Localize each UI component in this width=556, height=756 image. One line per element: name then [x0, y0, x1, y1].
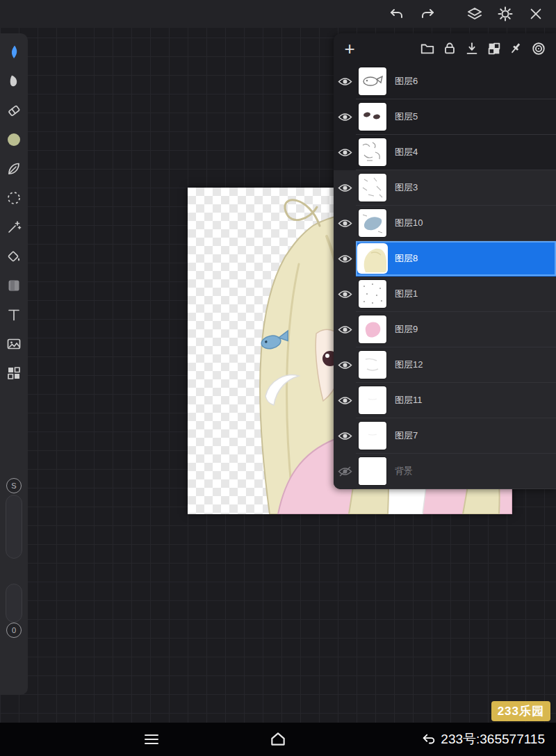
layer-thumbnail — [359, 67, 386, 95]
layer-name: 图层12 — [395, 359, 423, 371]
layer-name: 图层7 — [395, 429, 418, 442]
merge-down-icon[interactable] — [461, 38, 482, 59]
layer-name: 图层8 — [395, 252, 418, 265]
layer-row[interactable]: 图层10 — [334, 206, 556, 241]
layer-row[interactable]: 图层1 — [334, 277, 556, 312]
eraser-tool[interactable] — [5, 101, 23, 120]
redo-icon[interactable] — [416, 2, 439, 26]
layer-content[interactable]: 图层7 — [356, 418, 556, 454]
layer-thumbnail — [359, 351, 386, 379]
layer-list: 图层6图层5图层4图层3图层10图层8图层1图层9图层12图层11图层7背景 — [334, 64, 556, 489]
lock-icon[interactable] — [439, 38, 460, 59]
layer-name: 图层9 — [395, 323, 418, 336]
layer-thumbnail — [359, 457, 386, 485]
pin-icon[interactable] — [506, 38, 527, 59]
layer-row[interactable]: 背景 — [334, 454, 556, 489]
menu-button[interactable] — [136, 725, 167, 753]
watermark-badge: 233乐园 — [491, 701, 550, 721]
layer-content[interactable]: 图层10 — [356, 206, 556, 241]
layer-row[interactable]: 图层6 — [334, 64, 556, 99]
layer-content[interactable]: 图层1 — [356, 277, 556, 312]
return-arrow-icon — [421, 732, 436, 746]
layer-name: 图层1 — [395, 288, 418, 300]
home-button[interactable] — [263, 725, 293, 753]
layers-icon[interactable] — [463, 2, 486, 26]
visibility-on-icon[interactable] — [334, 312, 356, 347]
visibility-on-icon[interactable] — [334, 99, 356, 135]
home-icon — [269, 730, 287, 748]
visibility-on-icon[interactable] — [334, 347, 356, 383]
visibility-on-icon[interactable] — [334, 64, 356, 99]
layer-name: 图层4 — [395, 146, 418, 158]
layer-thumbnail — [359, 209, 386, 237]
color-swatch-tool[interactable] — [5, 131, 23, 149]
layer-row[interactable]: 图层8 — [334, 241, 556, 277]
text-tool-tool[interactable] — [5, 306, 23, 324]
layer-thumbnail — [359, 280, 386, 308]
gradient-tool[interactable] — [5, 277, 23, 295]
account-id-label: 233号:365577115 — [441, 730, 545, 748]
layer-content[interactable]: 图层8 — [356, 241, 556, 277]
visibility-on-icon[interactable] — [334, 383, 356, 418]
layer-thumbnail — [359, 386, 386, 414]
spiral-icon[interactable] — [528, 38, 549, 59]
brush-opacity-knob[interactable]: 0 — [6, 623, 22, 638]
layer-name: 图层3 — [395, 181, 418, 194]
layer-content[interactable]: 图层12 — [356, 347, 556, 383]
magic-wand-tool[interactable] — [5, 218, 23, 236]
brush-size-knob[interactable]: S — [6, 478, 22, 493]
layers-panel: + 图层6图层5图层4图层3图层10图层8图层1图层9图层12图层11图层7背景 — [334, 33, 556, 489]
visibility-on-icon[interactable] — [334, 277, 356, 312]
transparency-icon[interactable] — [484, 38, 505, 59]
layer-content[interactable]: 图层5 — [356, 99, 556, 135]
visibility-off-icon[interactable] — [334, 454, 356, 489]
visibility-on-icon[interactable] — [334, 170, 356, 206]
lasso-select-tool[interactable] — [5, 189, 23, 207]
visibility-on-icon[interactable] — [334, 418, 356, 454]
close-icon[interactable] — [524, 2, 548, 26]
layer-row[interactable]: 图层9 — [334, 312, 556, 347]
layer-name: 图层11 — [395, 394, 423, 406]
visibility-on-icon[interactable] — [334, 206, 356, 241]
layer-content[interactable]: 图层3 — [356, 170, 556, 206]
app-screen: S 0 + 图层6图层5图层4图层3图层10图层8图层1图层9图层12图层11图… — [0, 0, 556, 756]
layer-name: 图层10 — [395, 217, 423, 229]
layer-content[interactable]: 图层4 — [356, 135, 556, 170]
leaf-brush-tool[interactable] — [5, 160, 23, 178]
layer-name: 背景 — [395, 465, 413, 477]
brush-size-slider[interactable] — [6, 495, 22, 559]
layer-content[interactable]: 背景 — [356, 454, 556, 489]
layer-row[interactable]: 图层5 — [334, 99, 556, 135]
visibility-on-icon[interactable] — [334, 241, 356, 277]
layers-header: + — [334, 33, 556, 64]
layer-name: 图层5 — [395, 110, 418, 123]
account-info: 233号:365577115 — [421, 723, 545, 756]
layout-blocks-tool[interactable] — [5, 364, 23, 382]
add-layer-button[interactable]: + — [339, 38, 360, 59]
layer-row[interactable]: 图层4 — [334, 135, 556, 170]
brush-opacity-slider[interactable] — [6, 584, 22, 623]
undo-icon[interactable] — [385, 2, 409, 26]
layer-thumbnail — [359, 174, 386, 202]
layer-thumbnail — [359, 315, 386, 343]
layer-row[interactable]: 图层3 — [334, 170, 556, 206]
layer-row[interactable]: 图层12 — [334, 347, 556, 383]
layer-thumbnail — [359, 138, 386, 166]
layer-thumbnail — [359, 422, 386, 450]
hamburger-icon — [143, 731, 160, 748]
settings-icon[interactable] — [493, 2, 517, 26]
layer-content[interactable]: 图层6 — [356, 64, 556, 99]
visibility-on-icon[interactable] — [334, 135, 356, 170]
fill-bucket-tool[interactable] — [5, 247, 23, 265]
bottom-nav-bar: 233号:365577115 — [0, 723, 556, 756]
layer-thumbnail — [359, 103, 386, 131]
import-image-tool[interactable] — [5, 335, 23, 353]
layer-content[interactable]: 图层9 — [356, 312, 556, 347]
paint-brush-tool[interactable] — [5, 43, 23, 61]
layer-content[interactable]: 图层11 — [356, 383, 556, 418]
layer-row[interactable]: 图层7 — [334, 418, 556, 454]
smudge-tool[interactable] — [5, 72, 23, 90]
top-toolbar — [0, 0, 556, 28]
folder-icon[interactable] — [417, 38, 438, 59]
layer-row[interactable]: 图层11 — [334, 383, 556, 418]
